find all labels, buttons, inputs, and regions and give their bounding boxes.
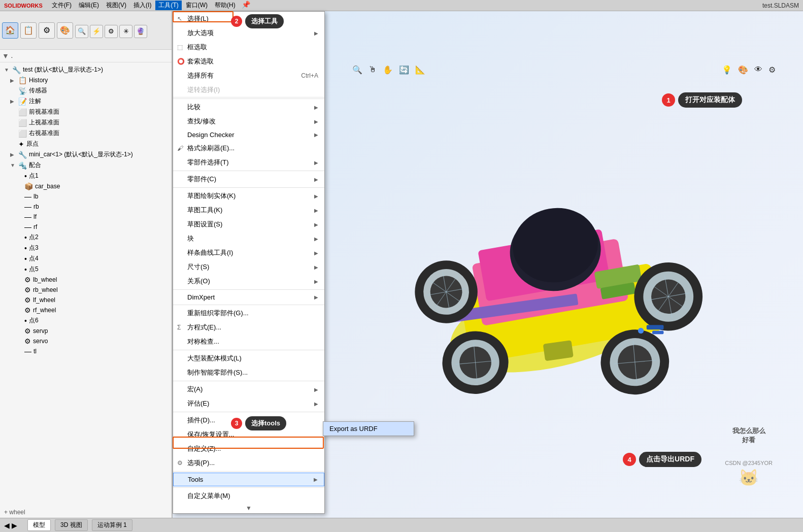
tree-item-point5[interactable]: • 点5 (0, 264, 172, 275)
pin-icon[interactable]: 📌 (242, 1, 250, 10)
vp-light-icon[interactable]: 💡 (720, 64, 734, 76)
menu-evaluate[interactable]: 评估(E) ▶ (173, 396, 324, 411)
config-btn[interactable]: ⚙ (39, 22, 55, 39)
tools-submenu: Export as URDF (323, 421, 414, 436)
tree-item-right[interactable]: ⬜ 右视基准面 (0, 128, 172, 139)
filter-input[interactable] (11, 52, 170, 59)
solidworks-logo: SOLIDWORKS (4, 3, 43, 9)
menu-sketch-settings[interactable]: 草图设置(S) ▶ (173, 217, 324, 231)
menu-sketch-tools[interactable]: 草图工具(K) ▶ (173, 203, 324, 217)
menu-tools[interactable]: 工具(T) (155, 1, 181, 10)
nav-next-icon[interactable]: ▶ (12, 521, 17, 529)
menu-export-urdf[interactable]: Export as URDF (323, 422, 414, 436)
menu-sketch-entity[interactable]: 草图绘制实体(K) ▶ (173, 189, 324, 203)
callout-2-label: 选择工具 (245, 14, 284, 28)
vp-settings-icon[interactable]: ⚙ (766, 64, 778, 76)
menu-equation[interactable]: Σ 方程式(E)... (173, 320, 324, 335)
menu-help[interactable]: 帮助(H) (212, 1, 239, 10)
menu-custom-menu[interactable]: 自定义菜单(M) (173, 489, 324, 503)
callout-3-container: 3 选择tools (231, 416, 286, 430)
menu-spline-tools[interactable]: 样条曲线工具(I) ▶ (173, 246, 324, 260)
tree-item-rb[interactable]: — rb (0, 202, 172, 212)
tree-item-top[interactable]: ⬜ 上视基准面 (0, 117, 172, 128)
tree-item-point6[interactable]: • 点6 (0, 315, 172, 326)
vp-pan-icon[interactable]: ✋ (381, 64, 395, 76)
menu-insert[interactable]: 插入(I) (130, 1, 154, 10)
tree-item-carbase[interactable]: 📦 car_base (0, 181, 172, 191)
vp-rotate-icon[interactable]: 🔄 (397, 64, 411, 76)
vp-search-icon[interactable]: 🔍 (350, 64, 364, 76)
menu-window[interactable]: 窗口(W) (183, 1, 211, 10)
menu-smart-component[interactable]: 制作智能零部件(S)... (173, 365, 324, 380)
menu-file[interactable]: 文件(F) (49, 1, 75, 10)
step4-badge: 4 (623, 453, 636, 466)
display-btn[interactable]: 🎨 (57, 22, 73, 39)
tree-item-history[interactable]: ▶ 📋 History (0, 75, 172, 85)
menu-macro[interactable]: 宏(A) ▶ (173, 382, 324, 396)
tree-item-minicar[interactable]: ▶ 🔧 mini_car<1> (默认<默认_显示状态-1>) (0, 149, 172, 160)
filter-btn5[interactable]: 🔮 (134, 25, 147, 38)
menu-options[interactable]: ⚙ 选项(P)... (173, 456, 324, 470)
menu-compare[interactable]: 比较 ▶ (173, 100, 324, 114)
menu-select-all[interactable]: 选择所有 Ctrl+A (173, 69, 324, 83)
menu-scroll-down[interactable]: ▼ (173, 503, 324, 513)
tree-item-front[interactable]: ⬜ 前视基准面 (0, 107, 172, 117)
menu-view[interactable]: 视图(V) (103, 1, 129, 10)
vp-visibility-icon[interactable]: 👁 (752, 64, 764, 76)
tree-item-point4[interactable]: • 点4 (0, 253, 172, 264)
vp-measure-icon[interactable]: 📐 (413, 64, 427, 76)
tree-item-rf[interactable]: — rf (0, 222, 172, 232)
menu-box-select[interactable]: ⬚ 框选取 (173, 40, 324, 54)
tree-item-annotations[interactable]: ▶ 📝 注解 (0, 96, 172, 107)
menu-lasso-select[interactable]: ⭕ 套索选取 (173, 54, 324, 69)
filter-btn1[interactable]: 🔍 (75, 25, 88, 38)
menu-block[interactable]: 块 ▶ (173, 231, 324, 246)
svg-rect-34 (652, 330, 663, 334)
status-tab-motion[interactable]: 运动算例 1 (92, 519, 132, 531)
tree-item-servp[interactable]: ⚙ servp (0, 326, 172, 336)
menu-edit[interactable]: 编辑(E) (76, 1, 102, 10)
tree-item-rfwheel[interactable]: ⚙ rf_wheel (0, 305, 172, 315)
nav-arrows: ◀ ▶ (4, 521, 17, 529)
menu-design-checker[interactable]: Design Checker ▶ (173, 128, 324, 141)
watermark: 我怎么那么 好看 CSDN @2345YOR 🐱 (725, 426, 773, 487)
tree-item-origin[interactable]: ✦ 原点 (0, 139, 172, 149)
property-btn[interactable]: 📋 (20, 22, 37, 39)
tree-item-point2[interactable]: • 点2 (0, 232, 172, 243)
tree-item-lbwheel[interactable]: ⚙ lb_wheel (0, 275, 172, 285)
menu-relation[interactable]: 关系(O) ▶ (173, 274, 324, 288)
assembly-tab-btn[interactable]: 🏠 (2, 22, 18, 39)
menu-dimxpert[interactable]: DimXpert ▶ (173, 291, 324, 304)
tree-item-sensors[interactable]: 📡 传感器 (0, 85, 172, 96)
menu-customize[interactable]: 自定义(Z)... (173, 442, 324, 456)
menu-large-assembly[interactable]: 大型装配体模式(L) (173, 351, 324, 365)
status-tab-model[interactable]: 模型 (27, 519, 51, 531)
tree-item-lb[interactable]: — lb (0, 191, 172, 202)
menu-reorganize[interactable]: 重新组织零部件(G)... (173, 306, 324, 320)
tree-item-lf[interactable]: — lf (0, 212, 172, 222)
menu-component-select[interactable]: 零部件选择(T) ▶ (173, 155, 324, 170)
vp-appearance-icon[interactable]: 🎨 (736, 64, 750, 76)
menu-dimension[interactable]: 尺寸(S) ▶ (173, 260, 324, 274)
menu-find-modify[interactable]: 查找/修改 ▶ (173, 114, 324, 128)
tree-item-rbwheel[interactable]: ⚙ rb_wheel (0, 285, 172, 295)
menu-symmetry-check[interactable]: 对称检查... (173, 335, 324, 349)
vp-cursor-icon[interactable]: 🖱 (366, 64, 379, 75)
tree-item-tl[interactable]: — tl (0, 346, 172, 356)
tree-item-servo[interactable]: ⚙ servo (0, 336, 172, 346)
menu-format-painter[interactable]: 🖌 格式涂刷器(E)... (173, 141, 324, 155)
filter-btn3[interactable]: ⚙ (105, 25, 118, 38)
tree-root[interactable]: ▼ 🔧 test (默认<默认_显示状态-1>) (0, 64, 172, 75)
tree-item-point3[interactable]: • 点3 (0, 243, 172, 253)
tree-item-lfwheel[interactable]: ⚙ lf_wheel (0, 295, 172, 305)
tree-item-mate[interactable]: ▼ 🔩 配合 (0, 160, 172, 171)
status-tab-3d[interactable]: 3D 视图 (55, 519, 88, 531)
tree-item-point1[interactable]: • 点1 (0, 171, 172, 181)
menu-invert-select[interactable]: 逆转选择(I) (173, 83, 324, 97)
menu-component-c[interactable]: 零部件(C) ▶ (173, 172, 324, 186)
nav-prev-icon[interactable]: ◀ (4, 521, 10, 529)
filter-btn4[interactable]: ✳ (119, 25, 132, 38)
menu-tools-item[interactable]: Tools ▶ (173, 473, 324, 486)
car-model-area (350, 77, 778, 487)
filter-btn2[interactable]: ⚡ (90, 25, 103, 38)
